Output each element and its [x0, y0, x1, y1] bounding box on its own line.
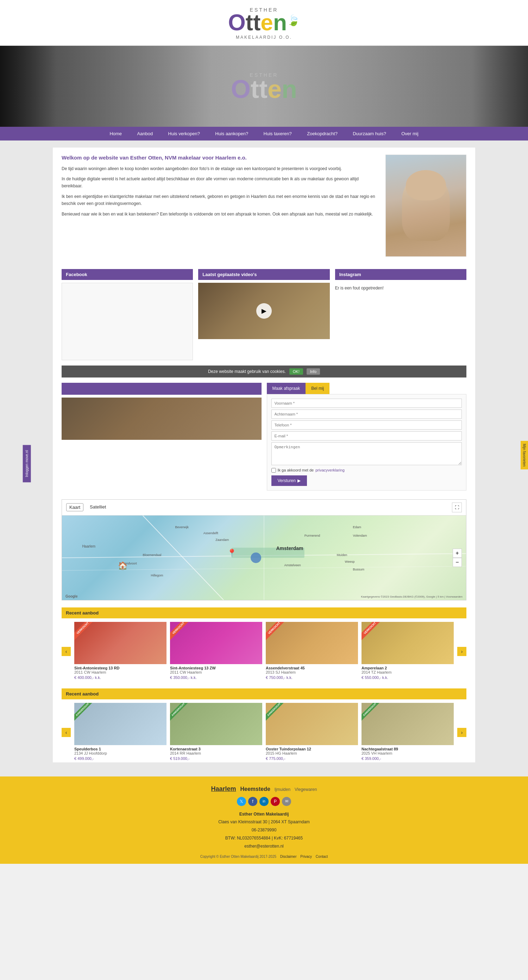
facebook-icon[interactable]: f [248, 797, 257, 806]
recent-section-1: Recent aanbod ‹ VERKOCHT Sint-Antonieste… [62, 608, 466, 681]
achternaam-input[interactable] [271, 409, 462, 419]
svg-text:Hillegom: Hillegom [151, 573, 163, 577]
email-input[interactable] [271, 431, 462, 441]
prop-4-price: € 550.000,- k.k. [361, 675, 454, 679]
nav-aankopen[interactable]: Huis aankopen? [208, 127, 255, 140]
nav-taxeren[interactable]: Huis taxeren? [257, 127, 299, 140]
contact-form-section: Maak afspraak Bel mij Ik ga akkoord met … [267, 383, 467, 490]
nav-verkopen[interactable]: Huis verkopen? [161, 127, 207, 140]
footer-social-icons: 𝕏 f in P ✉ [11, 797, 517, 806]
google-logo: Google [65, 594, 78, 598]
next-arrow-1[interactable]: › [457, 647, 466, 656]
video-title: Laatst geplaatste video's [198, 269, 329, 280]
cookie-ok-button[interactable]: OK! [289, 368, 303, 375]
footer-city-vlegewaren[interactable]: Vlegewaren [295, 787, 317, 792]
prev-arrow-1[interactable]: ‹ [62, 647, 71, 656]
email-social-icon[interactable]: ✉ [282, 797, 291, 806]
disclaimer-link[interactable]: Disclaimer [280, 854, 297, 859]
recent-title-2: Recent aanbod [62, 689, 466, 699]
map-tab-kaart[interactable]: Kaart [66, 503, 83, 511]
company-email[interactable]: esther@esterotten.nl [11, 842, 517, 850]
instagram-column: Instagram Er is een fout opgetreden! [335, 269, 466, 360]
property-card-7[interactable]: AANGEKOCHT Ooster Tuindorpslaan 12 2015 … [266, 703, 358, 762]
footer-city-heemstede[interactable]: Heemstede [240, 786, 270, 792]
submit-arrow-icon: ▶ [297, 478, 301, 483]
footer: Haarlem Heemstede Ijmuiden Vlegewaren 𝕏 … [0, 776, 528, 864]
recent-section-2: Recent aanbod ‹ AANGEKOCHT Speulderbos 1… [62, 689, 466, 762]
video-player-ext[interactable] [62, 398, 262, 440]
svg-text:Amstelveen: Amstelveen [284, 563, 301, 567]
welcome-photo [385, 154, 466, 257]
svg-text:Beverwijk: Beverwijk [175, 525, 189, 529]
nav-zoekopdracht[interactable]: Zoekopdracht? [300, 127, 345, 140]
cookie-info-button[interactable]: Info [307, 368, 320, 375]
prop-5-city: 2134 JJ Hoofddorp [74, 751, 167, 755]
favorites-tab[interactable]: Mijn favorieten [521, 441, 528, 469]
prop-6-price: € 519.000,- [170, 756, 262, 760]
privacy-footer-link[interactable]: Privacy [300, 854, 312, 859]
svg-text:Bloemendaal: Bloemendaal [143, 553, 162, 557]
linkedin-icon[interactable]: in [259, 797, 269, 806]
pinterest-icon[interactable]: P [271, 797, 280, 806]
nav-overmij[interactable]: Over mij [394, 127, 425, 140]
property-card-4[interactable]: VERKOCHT Amperelaan 2 2014 TZ Haarlem € … [361, 622, 454, 681]
svg-text:Purmerend: Purmerend [304, 534, 320, 537]
prop-2-address: Sint-Antoniesteeg 13 ZW [170, 666, 262, 670]
prop-5-address: Speulderbos 1 [74, 747, 167, 751]
svg-text:Assendelft: Assendelft [204, 531, 219, 535]
privacy-checkbox[interactable] [271, 468, 276, 473]
login-tab[interactable]: Inloggen move.nl [23, 445, 31, 482]
prop-5-price: € 499.000,- [74, 756, 167, 760]
map-pin-1: 📍 [227, 549, 237, 558]
property-card-1[interactable]: VERKOCHT Sint-Antoniesteeg 13 RD 2011 CW… [74, 622, 167, 681]
hero-banner: ESTHER Otten [0, 46, 528, 127]
privacy-checkbox-row: Ik ga akkoord met de privacyverklaring [271, 468, 462, 473]
bel-mij-tab[interactable]: Bel mij [305, 383, 329, 394]
prop-1-address: Sint-Antoniesteeg 13 RD [74, 666, 167, 670]
prop-1-price: € 400.000,- k.k. [74, 675, 167, 679]
contact-footer-link[interactable]: Contact [316, 854, 328, 859]
property-card-8[interactable]: AANGEKOCHT Nachtegaalstraat 89 2025 VH H… [361, 703, 454, 762]
instagram-error: Er is een fout opgetreden! [335, 283, 466, 293]
map-zoom-out[interactable]: − [453, 558, 462, 567]
nav-aanbod[interactable]: Aanbod [130, 127, 160, 140]
next-arrow-2[interactable]: › [457, 728, 466, 737]
nav-duurzaam[interactable]: Duurzaam huis? [346, 127, 393, 140]
footer-copyright: Copyright © Esther Otten Makelaardij 201… [11, 854, 517, 859]
map-tab-satelliet[interactable]: Satelliet [87, 503, 109, 511]
telefoon-input[interactable] [271, 420, 462, 430]
voornaam-input[interactable] [271, 399, 462, 408]
footer-city-ijmuiden[interactable]: Ijmuiden [275, 787, 290, 792]
prop-7-address: Ooster Tuindorpslaan 12 [266, 747, 358, 751]
maak-afspraak-tab[interactable]: Maak afspraak [267, 383, 306, 394]
video-play-button[interactable]: ▶ [256, 303, 272, 319]
property-card-5[interactable]: AANGEKOCHT Speulderbos 1 2134 JJ Hoofddo… [74, 703, 167, 762]
video-title-bar [62, 383, 262, 395]
prop-8-address: Nachtegaalstraat 89 [361, 747, 454, 751]
prev-arrow-2[interactable]: ‹ [62, 728, 71, 737]
prop-3-city: 2013 SJ Haarlem [266, 670, 358, 675]
map-zoom-in[interactable]: + [453, 549, 462, 558]
svg-text:Haarlem: Haarlem [82, 544, 95, 548]
recent-title-1: Recent aanbod [62, 608, 466, 618]
property-card-2[interactable]: VERKOCHT Sint-Antoniesteeg 13 ZW 2011 CW… [170, 622, 262, 681]
facebook-column: Facebook [62, 269, 193, 360]
svg-text:Bussum: Bussum [353, 568, 365, 571]
video-container[interactable]: ▶ [198, 283, 329, 339]
svg-point-5 [251, 552, 261, 563]
property-card-6[interactable]: AANGEKOCHT Kortenaestraat 3 2014 RR Haar… [170, 703, 262, 762]
privacy-link[interactable]: privacyverklaring [315, 468, 345, 472]
opmerkingen-input[interactable] [271, 442, 462, 465]
twitter-icon[interactable]: 𝕏 [237, 797, 246, 806]
map-section: Kaart Satelliet ⛶ Amsterdam Haarlem Beve… [62, 500, 466, 600]
footer-city-haarlem[interactable]: Haarlem [211, 785, 236, 792]
prop-2-price: € 350.000,- k.k. [170, 675, 262, 679]
map-container[interactable]: Amsterdam Haarlem Beverwijk Assendelft Z… [62, 515, 466, 600]
map-attribution: Kaartgegevens ©2023 GeoBasis-DE/BKG (©20… [361, 595, 463, 598]
prop-3-price: € 750.000,- k.k. [266, 675, 358, 679]
map-fullscreen-button[interactable]: ⛶ [452, 503, 462, 512]
property-card-3[interactable]: VERKOCHT Assendelverstraat 45 2013 SJ Ha… [266, 622, 358, 681]
hero-logo-overlay: ESTHER Otten [231, 72, 297, 100]
nav-home[interactable]: Home [102, 127, 129, 140]
submit-button[interactable]: Versturen ▶ [271, 476, 307, 486]
